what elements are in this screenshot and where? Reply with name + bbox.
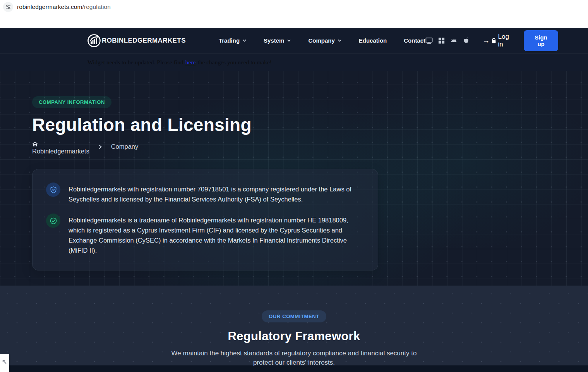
home-icon: [32, 141, 38, 147]
notice-here-link[interactable]: here: [185, 59, 196, 66]
breadcrumb-current[interactable]: Company: [111, 143, 139, 150]
widget-notice: Widget needs to be updated. Please find …: [0, 53, 588, 71]
caret-icon: [2, 360, 7, 364]
shield-check-icon: [46, 183, 60, 197]
login-button[interactable]: → Log in: [482, 33, 512, 48]
commitment-title: Regulatory Framework: [0, 329, 588, 343]
tune-icon: [5, 4, 11, 10]
page-title: Regulation and Licensing: [32, 114, 588, 135]
our-commitment-badge: OUR COMMITMENT: [262, 310, 326, 322]
nav-label: Education: [359, 37, 387, 44]
info-text-cysec: Robinledgermarkets is a tradename of Rob…: [69, 214, 364, 255]
url-path: /regulation: [82, 3, 110, 10]
site-settings-button[interactable]: [3, 2, 13, 12]
apple-icon[interactable]: [463, 37, 470, 44]
address-bar[interactable]: robinledgermarkets.com/regulation: [0, 0, 588, 12]
chevron-down-icon: [287, 38, 291, 43]
android-icon[interactable]: [450, 37, 458, 44]
arrow-right-icon: →: [482, 37, 490, 44]
breadcrumb-home-label: Robinledgermarkets: [32, 148, 89, 155]
scroll-top-widget[interactable]: [0, 354, 9, 372]
info-row-cysec: Robinledgermarkets is a tradename of Rob…: [46, 214, 364, 255]
main-navbar: ROBINLEDGERMARKETS Trading System Compan…: [0, 28, 588, 53]
chevron-down-icon: [242, 38, 247, 43]
login-label: Log in: [498, 33, 513, 48]
info-text-fsa: Robinledgermarkets with registration num…: [69, 183, 364, 204]
windows-icon[interactable]: [438, 37, 445, 44]
notice-text-before: Widget needs to be updated. Please find: [87, 59, 183, 66]
check-circle-icon: [46, 214, 60, 228]
url-domain: robinledgermarkets.com: [17, 3, 82, 10]
breadcrumb: Robinledgermarkets Company: [32, 141, 588, 155]
notice-text-after: the changes you need to make!: [197, 59, 272, 66]
lock-icon: [491, 37, 496, 44]
company-information-badge: COMPANY INFORMATION: [32, 96, 111, 108]
nav-item-trading[interactable]: Trading: [219, 37, 247, 44]
nav-label: Company: [308, 37, 334, 44]
nav-item-education[interactable]: Education: [359, 37, 387, 44]
nav-item-system[interactable]: System: [264, 37, 291, 44]
url-text[interactable]: robinledgermarkets.com/regulation: [17, 3, 111, 10]
brand-logo[interactable]: ROBINLEDGERMARKETS: [87, 34, 186, 48]
breadcrumb-home-link[interactable]: Robinledgermarkets: [32, 141, 89, 155]
signup-button[interactable]: Sign up: [524, 30, 558, 51]
chevron-right-icon: [98, 144, 103, 150]
nav-right: → Log in Sign up: [425, 30, 558, 51]
logo-icon: [87, 34, 101, 48]
regulation-info-card: Robinledgermarkets with registration num…: [32, 169, 378, 270]
nav-item-company[interactable]: Company: [308, 37, 341, 44]
desktop-icon[interactable]: [425, 37, 433, 44]
platform-icons: [425, 37, 470, 44]
nav-label: Contact: [404, 37, 425, 44]
commitment-section: OUR COMMITMENT Regulatory Framework We m…: [0, 286, 588, 365]
nav-label: System: [264, 37, 284, 44]
info-row-fsa: Robinledgermarkets with registration num…: [46, 183, 364, 204]
nav-links: Trading System Company Education Contact: [219, 37, 425, 44]
nav-item-contact[interactable]: Contact: [404, 37, 425, 44]
chevron-down-icon: [338, 38, 342, 43]
nav-label: Trading: [219, 37, 240, 44]
brand-name: ROBINLEDGERMARKETS: [102, 37, 186, 45]
commitment-subtitle: We maintain the highest standards of reg…: [166, 349, 422, 367]
browser-chrome: robinledgermarkets.com/regulation: [0, 0, 588, 28]
hero-section: COMPANY INFORMATION Regulation and Licen…: [0, 71, 588, 286]
